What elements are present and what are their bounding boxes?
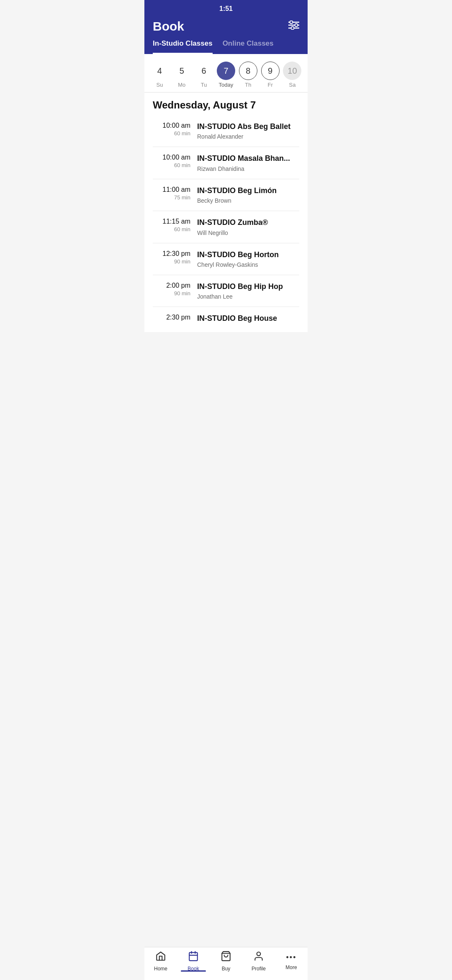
filter-icon[interactable] xyxy=(288,21,299,32)
day-number-5: 5 xyxy=(172,62,191,80)
day-9[interactable]: 9 Fr xyxy=(260,62,280,88)
day-number-9: 9 xyxy=(261,62,280,80)
day-label-8: Th xyxy=(245,82,251,88)
class-time-6: 2:30 pm xyxy=(153,314,190,322)
tab-online[interactable]: Online Classes xyxy=(223,39,274,54)
day-6[interactable]: 6 Tu xyxy=(194,62,214,88)
day-label-4: Su xyxy=(156,82,163,88)
svg-point-3 xyxy=(290,21,293,24)
class-item-4[interactable]: 12:30 pm 90 min IN-STUDIO Beg Horton Che… xyxy=(153,243,299,275)
class-item-5[interactable]: 2:00 pm 90 min IN-STUDIO Beg Hip Hop Jon… xyxy=(153,275,299,307)
page-title: Book xyxy=(153,19,184,34)
class-details-4: IN-STUDIO Beg Horton Cheryl Rowley-Gaski… xyxy=(197,250,299,268)
day-number-7: 7 xyxy=(217,62,235,80)
day-5[interactable]: 5 Mo xyxy=(172,62,192,88)
svg-point-5 xyxy=(291,27,294,30)
calendar-strip: 4 Su 5 Mo 6 Tu 7 Today 8 xyxy=(144,54,308,93)
day-4[interactable]: 4 Su xyxy=(149,62,170,88)
class-item-3[interactable]: 11:15 am 60 min IN-STUDIO Zumba® Will Ne… xyxy=(153,211,299,243)
class-time-1: 10:00 am 60 min xyxy=(153,154,190,168)
status-bar: 1:51 xyxy=(144,0,308,15)
day-label-7: Today xyxy=(219,82,234,88)
status-time: 1:51 xyxy=(219,5,233,12)
class-time-4: 12:30 pm 90 min xyxy=(153,250,190,265)
day-label-6: Tu xyxy=(201,82,207,88)
tab-in-studio[interactable]: In-Studio Classes xyxy=(153,39,213,54)
class-details-6: IN-STUDIO Beg House xyxy=(197,314,299,325)
class-item-6[interactable]: 2:30 pm IN-STUDIO Beg House xyxy=(153,307,299,332)
tabs-bar: In-Studio Classes Online Classes xyxy=(144,34,308,54)
class-time-5: 2:00 pm 90 min xyxy=(153,282,190,297)
day-number-8: 8 xyxy=(239,62,257,80)
date-heading: Wednesday, August 7 xyxy=(144,93,308,115)
class-details-3: IN-STUDIO Zumba® Will Negrillo xyxy=(197,218,299,236)
day-number-6: 6 xyxy=(195,62,213,80)
day-7[interactable]: 7 Today xyxy=(216,62,236,88)
day-label-5: Mo xyxy=(178,82,185,88)
header: Book xyxy=(144,15,308,34)
class-time-0: 10:00 am 60 min xyxy=(153,122,190,137)
day-10[interactable]: 10 Sa xyxy=(282,62,302,88)
day-number-10: 10 xyxy=(283,62,301,80)
svg-point-4 xyxy=(295,24,298,27)
day-number-4: 4 xyxy=(150,62,169,80)
class-details-1: IN-STUDIO Masala Bhan... Rizwan Dhanidin… xyxy=(197,154,299,172)
class-details-5: IN-STUDIO Beg Hip Hop Jonathan Lee xyxy=(197,282,299,300)
class-details-2: IN-STUDIO Beg Limón Becky Brown xyxy=(197,186,299,204)
day-8[interactable]: 8 Th xyxy=(238,62,258,88)
class-item-2[interactable]: 11:00 am 75 min IN-STUDIO Beg Limón Beck… xyxy=(153,179,299,211)
class-item-0[interactable]: 10:00 am 60 min IN-STUDIO Abs Beg Ballet… xyxy=(153,115,299,147)
class-time-3: 11:15 am 60 min xyxy=(153,218,190,232)
class-time-2: 11:00 am 75 min xyxy=(153,186,190,201)
classes-list: 10:00 am 60 min IN-STUDIO Abs Beg Ballet… xyxy=(144,115,308,332)
day-label-9: Fr xyxy=(268,82,273,88)
class-details-0: IN-STUDIO Abs Beg Ballet Ronald Alexande… xyxy=(197,122,299,140)
day-label-10: Sa xyxy=(289,82,296,88)
class-item-1[interactable]: 10:00 am 60 min IN-STUDIO Masala Bhan...… xyxy=(153,147,299,179)
